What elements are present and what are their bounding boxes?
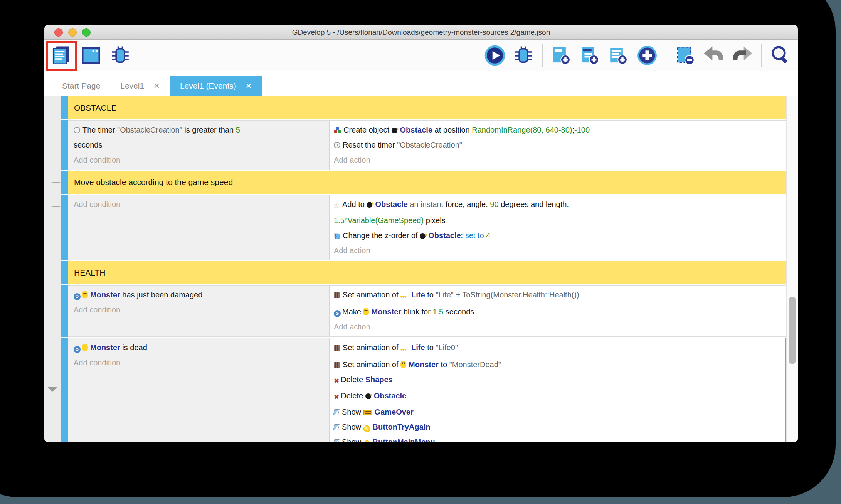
tryagain-button-icon: ↻ bbox=[363, 425, 370, 432]
text-segment: Delete bbox=[341, 391, 365, 400]
add-event-icon[interactable] bbox=[550, 44, 574, 67]
tree-tick bbox=[52, 273, 60, 273]
minimize-window-button[interactable] bbox=[68, 28, 77, 37]
event-drag-bar[interactable] bbox=[61, 171, 68, 194]
debugger-icon[interactable] bbox=[511, 44, 535, 67]
delete-cross-icon: ✖ bbox=[334, 390, 339, 405]
event-drag-bar[interactable] bbox=[61, 120, 68, 170]
text-segment: Change the z-order of bbox=[343, 231, 420, 240]
z-order-icon bbox=[334, 233, 340, 239]
debugger-icon[interactable] bbox=[108, 44, 132, 67]
window-controls bbox=[54, 28, 91, 37]
event-body: ⚙Monster has just been damagedAdd condit… bbox=[68, 285, 786, 337]
action-line[interactable]: ☝Add to Obstacle an instant force, angle… bbox=[334, 197, 782, 228]
tab-close-icon[interactable]: ✕ bbox=[246, 81, 252, 91]
action-line[interactable]: Show ↻ButtonTryAgain bbox=[334, 420, 782, 435]
bomb-icon bbox=[392, 128, 397, 133]
action-line[interactable]: Change the z-order of Obstacle: set to 4 bbox=[334, 228, 782, 243]
action-line[interactable]: Set animation of Monster to "MonsterDead… bbox=[334, 357, 782, 372]
add-action-button[interactable]: Add action bbox=[334, 319, 782, 334]
action-line[interactable]: Set animation of ♥♥♥Life to "Life" + ToS… bbox=[334, 287, 782, 304]
action-line[interactable]: ✖Delete Obstacle bbox=[334, 388, 782, 405]
event-group-header[interactable]: OBSTACLE bbox=[68, 96, 786, 119]
add-action-button[interactable]: Add action bbox=[334, 153, 782, 168]
scrollbar-thumb[interactable] bbox=[789, 297, 796, 364]
event-drag-bar[interactable] bbox=[61, 285, 68, 337]
text-segment: Monster bbox=[90, 291, 120, 299]
event-group-header[interactable]: Move obstacle according to the game spee… bbox=[68, 171, 786, 194]
gdevelop-window: GDevelop 5 - /Users/florian/Downloads/ge… bbox=[44, 25, 798, 442]
condition-line[interactable]: The timer "ObstacleCreation" is greater … bbox=[74, 123, 325, 153]
add-new-icon[interactable] bbox=[635, 44, 659, 67]
bomb-icon bbox=[367, 202, 372, 208]
event-body: The timer "ObstacleCreation" is greater … bbox=[68, 120, 786, 170]
text-segment: "Life0" bbox=[436, 343, 458, 352]
text-segment: Life bbox=[411, 343, 425, 352]
tab-close-icon[interactable]: ✕ bbox=[153, 81, 160, 91]
play-icon[interactable] bbox=[483, 44, 507, 67]
add-subevent-icon[interactable] bbox=[578, 44, 602, 67]
scene-editor-icon[interactable] bbox=[79, 44, 103, 67]
toolbar-separator bbox=[542, 44, 543, 67]
tab-level1-events-[interactable]: Level1 (Events)✕ bbox=[170, 76, 262, 96]
condition-line[interactable]: ⚙Monster is dead bbox=[74, 340, 325, 355]
event-drag-bar[interactable] bbox=[61, 338, 68, 442]
add-condition-button[interactable]: Add condition bbox=[74, 302, 325, 318]
text-segment: an instant bbox=[408, 200, 446, 208]
event-group: OBSTACLE bbox=[61, 96, 786, 119]
window-title: GDevelop 5 - /Users/florian/Downloads/ge… bbox=[292, 28, 550, 37]
event-drag-bar[interactable] bbox=[61, 96, 68, 119]
event-group-header[interactable]: HEALTH bbox=[68, 261, 786, 284]
vertical-scrollbar[interactable] bbox=[786, 96, 798, 442]
action-line[interactable]: Set animation of ♥♥♥Life to "Life0" bbox=[334, 340, 782, 357]
action-line[interactable]: Show GameOver bbox=[334, 405, 782, 420]
remove-event-icon[interactable] bbox=[673, 44, 697, 67]
action-line[interactable]: ✖Delete Shapes bbox=[334, 372, 782, 388]
life-hearts-icon: ♥♥♥ bbox=[400, 342, 410, 357]
force-hand-icon: ☝ bbox=[334, 198, 341, 213]
event-group: Move obstacle according to the game spee… bbox=[61, 171, 786, 194]
close-window-button[interactable] bbox=[54, 28, 63, 37]
add-condition-button[interactable]: Add condition bbox=[74, 197, 325, 212]
search-icon[interactable] bbox=[769, 44, 792, 67]
text-segment: Show bbox=[342, 423, 363, 431]
event-group: HEALTH bbox=[61, 261, 786, 284]
text-segment: seconds bbox=[74, 141, 103, 149]
redo-icon[interactable] bbox=[730, 44, 754, 67]
events-editor-icon[interactable] bbox=[50, 44, 74, 67]
fold-arrow-icon[interactable] bbox=[48, 387, 57, 392]
title-bar[interactable]: GDevelop 5 - /Users/florian/Downloads/ge… bbox=[44, 25, 798, 40]
undo-icon[interactable] bbox=[702, 44, 726, 67]
zoom-window-button[interactable] bbox=[82, 28, 91, 37]
text-segment: Monster bbox=[90, 343, 120, 352]
condition-line[interactable]: ⚙Monster has just been damaged bbox=[74, 287, 325, 302]
text-segment: is dead bbox=[120, 343, 147, 352]
add-condition-button[interactable]: Add condition bbox=[74, 355, 325, 370]
tab-start-page[interactable]: Start Page bbox=[52, 76, 110, 96]
tab-level1[interactable]: Level1✕ bbox=[110, 76, 170, 96]
toolbar-separator bbox=[761, 44, 762, 67]
event-drag-bar[interactable] bbox=[61, 195, 68, 260]
action-line[interactable]: Reset the timer "ObstacleCreation" bbox=[334, 138, 782, 153]
tree-tick bbox=[52, 132, 60, 132]
action-line[interactable]: Create object Obstacle at position Rando… bbox=[334, 123, 782, 138]
event-drag-bar[interactable] bbox=[61, 261, 68, 284]
text-segment: 4 bbox=[486, 231, 490, 240]
main-toolbar bbox=[44, 40, 798, 71]
text-segment: "MonsterDead" bbox=[449, 360, 501, 369]
conditions-column: Add condition bbox=[68, 195, 330, 260]
text-segment: Create object bbox=[343, 126, 392, 134]
event-body: Add condition☝Add to Obstacle an instant… bbox=[68, 195, 786, 260]
text-segment: ButtonTryAgain bbox=[373, 423, 431, 431]
text-segment: Set animation of bbox=[343, 343, 400, 352]
add-action-button[interactable]: Add action bbox=[334, 243, 782, 258]
add-comment-icon[interactable] bbox=[607, 44, 631, 67]
tree-tick bbox=[52, 349, 60, 349]
text-segment: Add to bbox=[342, 200, 367, 208]
event-sheet-blocks: OBSTACLEThe timer "ObstacleCreation" is … bbox=[61, 96, 786, 442]
text-segment: 90 bbox=[490, 200, 498, 208]
text-segment: to bbox=[425, 291, 436, 299]
action-line[interactable]: ⚙Make Monster blink for 1.5 seconds bbox=[334, 304, 782, 319]
add-condition-button[interactable]: Add condition bbox=[74, 153, 325, 168]
action-line[interactable]: Show ⌂ButtonMainMenu bbox=[334, 435, 782, 442]
